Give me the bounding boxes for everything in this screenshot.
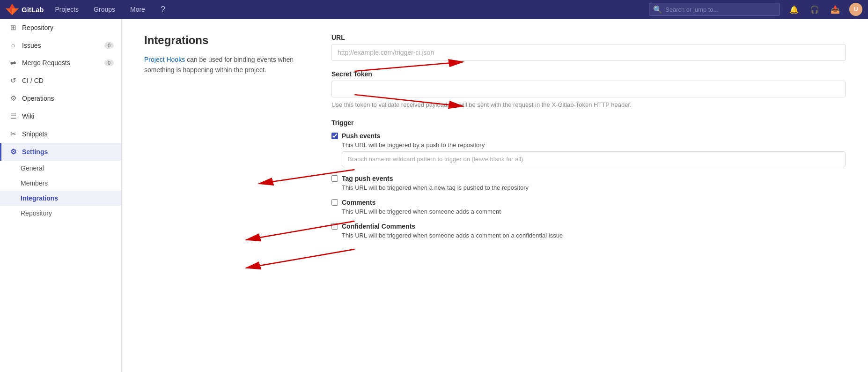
sidebar-sub-integrations[interactable]: Integrations [0,191,121,206]
confidential-comments-name: Confidential Comments [342,223,415,230]
snippets-icon: ✂ [9,130,17,138]
merge-requests-badge: 0 [104,60,114,66]
push-events-name: Push events [342,132,380,140]
left-column: Integrations Project Hooks can be used f… [144,34,331,246]
confidential-comments-desc: This URL will be triggered when someone … [342,232,846,239]
issues-icon: ○ [9,41,17,49]
merge-requests-icon: ⇌ [9,59,17,67]
gitlab-wordmark: GitLab [22,6,44,14]
nav-user-avatar[interactable]: U [849,3,862,16]
secret-token-hint: Use this token to validate received payl… [331,100,846,110]
push-events-branch-input[interactable] [342,151,846,167]
confidential-comments-checkbox[interactable] [331,223,338,230]
gitlab-logo-icon [6,3,19,16]
comments-checkbox[interactable] [331,199,338,206]
trigger-section: Trigger Push events This URL will be tri… [331,119,846,239]
page-title: Integrations [144,34,316,47]
trigger-confidential-comments: Confidential Comments This URL will be t… [331,223,846,239]
nav-headset-icon[interactable]: 🎧 [808,3,821,16]
nav-bell-icon[interactable]: 🔔 [787,3,801,16]
sidebar-item-settings[interactable]: ⚙ Settings [0,143,121,161]
search-input[interactable] [665,6,776,13]
sidebar-item-issues[interactable]: ○ Issues 0 [0,37,121,54]
right-column: URL Secret Token Use this token to valid… [331,34,846,246]
trigger-push-events: Push events This URL will be triggered b… [331,132,846,167]
logo[interactable]: GitLab [6,3,44,16]
comments-desc: This URL will be triggered when someone … [342,208,846,215]
tag-push-events-desc: This URL will be triggered when a new ta… [342,184,846,191]
search-icon: 🔍 [653,5,662,14]
tag-push-events-row: Tag push events [331,175,846,182]
repository-icon: ⊞ [9,23,17,32]
sidebar-item-merge-requests[interactable]: ⇌ Merge Requests 0 [0,54,121,72]
trigger-comments: Comments This URL will be triggered when… [331,199,846,215]
sidebar-item-snippets[interactable]: ✂ Snippets [0,125,121,143]
top-nav: GitLab Projects Groups More ? 🔍 🔔 🎧 📥 U [0,0,868,19]
trigger-label: Trigger [331,119,846,126]
url-form-group: URL [331,34,846,61]
sidebar: ⊞ Repository ○ Issues 0 ⇌ Merge Requests… [0,19,122,372]
operations-icon: ⚙ [9,94,17,103]
secret-token-label: Secret Token [331,70,846,78]
settings-icon: ⚙ [9,148,17,156]
sidebar-item-ci-cd[interactable]: ↺ CI / CD [0,72,121,89]
sidebar-sub-repository[interactable]: Repository [0,206,121,221]
content-wrapper: Integrations Project Hooks can be used f… [144,34,846,246]
nav-help-icon[interactable]: ? [156,3,169,16]
sidebar-item-operations[interactable]: ⚙ Operations [0,89,121,107]
svg-marker-4 [9,4,15,8]
intro-text: Project Hooks can be used for binding ev… [144,54,316,75]
sidebar-item-repository[interactable]: ⊞ Repository [0,19,121,37]
secret-token-form-group: Secret Token Use this token to validate … [331,70,846,110]
sidebar-item-wiki[interactable]: ☰ Wiki [0,107,121,125]
url-input[interactable] [331,44,846,61]
nav-groups[interactable]: Groups [90,4,119,15]
nav-inbox-icon[interactable]: 📥 [829,3,842,16]
ci-cd-icon: ↺ [9,76,17,85]
push-events-desc: This URL will be triggered by a push to … [342,141,846,149]
search-bar[interactable]: 🔍 [649,3,780,16]
tag-push-events-name: Tag push events [342,175,393,182]
main-content: Integrations Project Hooks can be used f… [122,19,868,372]
secret-token-input[interactable] [331,81,846,97]
wiki-icon: ☰ [9,112,17,120]
issues-badge: 0 [104,42,114,49]
nav-more[interactable]: More [126,4,149,15]
trigger-tag-push-events: Tag push events This URL will be trigger… [331,175,846,191]
sidebar-sub-members[interactable]: Members [0,176,121,191]
nav-projects[interactable]: Projects [51,4,83,15]
tag-push-events-checkbox[interactable] [331,175,338,182]
comments-row: Comments [331,199,846,206]
comments-name: Comments [342,199,375,206]
push-events-row: Push events [331,132,846,140]
push-events-checkbox[interactable] [331,133,338,139]
sidebar-sub-general[interactable]: General [0,161,121,176]
url-label: URL [331,34,846,41]
project-hooks-link[interactable]: Project Hooks [144,56,185,63]
confidential-comments-row: Confidential Comments [331,223,846,230]
